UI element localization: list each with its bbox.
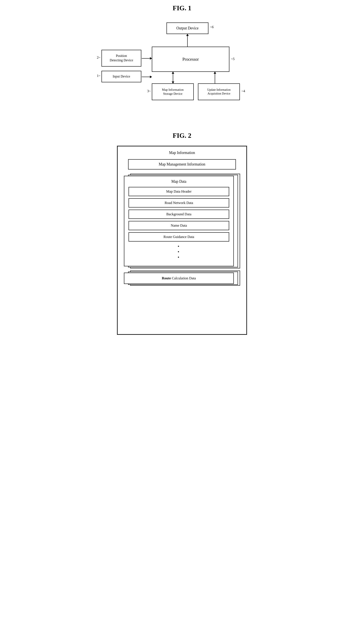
card-front: Map Data Map Data Header Road Network Da… — [124, 176, 234, 266]
map-data-header-box: Map Data Header — [129, 187, 229, 196]
fig1-diagram: Output Device ~6 Processor ~5 PositionDe… — [95, 18, 269, 119]
route-front: Route Calculation Data — [124, 273, 234, 284]
label-1: 1~ — [97, 74, 100, 78]
route-guidance-data-box: Route Guidance Data — [129, 232, 229, 241]
dots-ellipsis: ••• — [129, 244, 229, 260]
label-4: ~4 — [242, 89, 245, 93]
label-3: 3~ — [147, 89, 151, 93]
map-information-label: Map Information — [124, 151, 240, 155]
fig1-title: FIG. 1 — [95, 4, 269, 12]
name-data-box: Name Data — [129, 221, 229, 230]
map-data-label: Map Data — [129, 179, 229, 184]
map-info-storage-box: Map InformationStorage Device — [152, 83, 194, 100]
map-management-info-box: Map Management Information — [128, 159, 236, 169]
arrow-processor-map — [173, 72, 173, 83]
input-device-box: Input Device — [101, 71, 141, 82]
route-calc-stack: Route Calculation Data — [124, 273, 234, 284]
processor-box: Processor — [152, 47, 229, 72]
position-detecting-box: PositionDetecting Device — [101, 50, 141, 67]
background-data-box: Background Data — [129, 210, 229, 219]
update-info-box: Update InformationAcquisition Device — [198, 83, 240, 100]
label-5: ~5 — [231, 57, 235, 61]
road-network-data-box: Road Network Data — [129, 198, 229, 208]
fig2-outer-box: Map Information Map Management Informati… — [117, 146, 247, 335]
label-6: ~6 — [210, 25, 214, 29]
arrow-update-to-processor — [215, 72, 215, 83]
arrow-input-to-processor — [142, 77, 152, 77]
fig2-title: FIG. 2 — [95, 132, 269, 139]
arrow-position-to-processor — [142, 58, 152, 59]
label-2: 2~ — [97, 56, 100, 59]
map-data-stack: Map Data Map Data Header Road Network Da… — [124, 176, 234, 266]
output-device-box: Output Device — [166, 23, 208, 34]
arrow-processor-to-output — [187, 34, 188, 47]
